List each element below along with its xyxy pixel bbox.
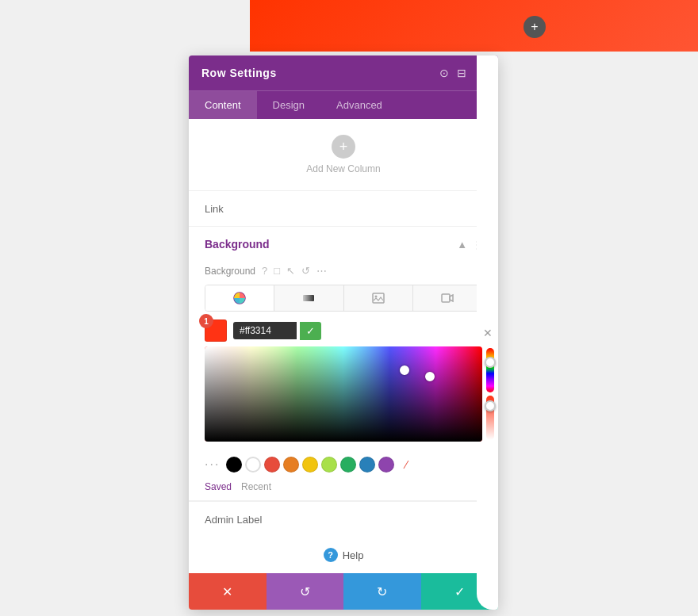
eyedropper-icon[interactable]: ⁄ <box>397 456 415 473</box>
hex-input-row: ✓ <box>233 322 321 340</box>
swatch-purple[interactable] <box>378 457 394 473</box>
gradient-black-overlay <box>205 346 482 442</box>
canvas-area: + Row Settings ⊙ ⊟ ⋮ Content Design Adva… <box>0 0 698 616</box>
background-section: Background ▲ ⋮ Background ? □ ↖ ↺ ⋯ <box>189 227 498 501</box>
gradient-icon <box>302 292 315 304</box>
tab-advanced[interactable]: Advanced <box>320 91 398 119</box>
svg-rect-2 <box>373 293 384 303</box>
color-tab-image[interactable] <box>344 285 413 311</box>
background-sub-label: Background <box>205 266 255 277</box>
swatch-black[interactable] <box>226 457 242 473</box>
color-swatch-row: 1 ✓ <box>205 319 482 342</box>
red-background-bar <box>250 0 698 52</box>
undo-button[interactable]: ↺ <box>267 573 344 610</box>
link-section[interactable]: Link ▾ <box>189 191 498 227</box>
hex-color-input[interactable] <box>233 322 297 339</box>
color-wheel-icon <box>233 292 246 304</box>
svg-point-3 <box>374 296 377 298</box>
background-undo-icon[interactable]: ↺ <box>301 265 310 277</box>
color-tab-gradient[interactable] <box>274 285 343 311</box>
bottom-toolbar: ✕ ↺ ↻ ✓ <box>189 573 498 610</box>
row-settings-panel: Row Settings ⊙ ⊟ ⋮ Content Design Advanc… <box>189 55 498 610</box>
saved-recent-row: Saved Recent <box>189 480 498 500</box>
canvas-add-button[interactable]: + <box>524 16 546 38</box>
background-extra-icon[interactable]: ⋯ <box>316 265 327 277</box>
panel-title: Row Settings <box>201 67 277 79</box>
color-tab-video[interactable] <box>413 285 481 311</box>
background-cursor-icon[interactable]: ↖ <box>286 265 295 277</box>
svg-rect-1 <box>303 295 314 301</box>
hue-slider-thumb <box>485 357 496 368</box>
swatch-light-green[interactable] <box>321 457 337 473</box>
help-section[interactable]: ? Help <box>189 537 498 573</box>
cancel-button[interactable]: ✕ <box>189 573 267 610</box>
opacity-slider-thumb <box>485 400 496 411</box>
swatches-section: ··· ⁄ <box>189 450 498 480</box>
more-swatches-icon[interactable]: ··· <box>205 457 220 472</box>
background-section-header: Background ▲ ⋮ <box>189 227 498 262</box>
background-desktop-icon[interactable]: □ <box>274 265 280 277</box>
columns-icon[interactable]: ⊟ <box>457 67 466 79</box>
hue-slider[interactable] <box>486 348 494 392</box>
panel-body: + Add New Column Link ▾ Background ▲ ⋮ <box>189 119 498 573</box>
color-swatch-preview[interactable]: 1 <box>205 319 227 342</box>
panel-header: Row Settings ⊙ ⊟ ⋮ <box>189 55 498 90</box>
swatch-yellow[interactable] <box>302 457 318 473</box>
tab-design[interactable]: Design <box>257 91 320 119</box>
redo-button[interactable]: ↻ <box>343 573 421 610</box>
background-section-title: Background <box>205 238 270 251</box>
color-picker-area[interactable] <box>205 346 482 442</box>
add-column-section: + Add New Column <box>189 119 498 191</box>
svg-rect-4 <box>442 294 450 302</box>
panel-close-button[interactable]: ✕ <box>477 55 498 610</box>
swatch-blue[interactable] <box>359 457 375 473</box>
admin-label-text: Admin Label <box>205 514 262 526</box>
swatch-red[interactable] <box>264 457 280 473</box>
swatch-green[interactable] <box>340 457 356 473</box>
recent-tab[interactable]: Recent <box>241 481 271 492</box>
swatch-white[interactable] <box>245 457 261 473</box>
color-type-tabs <box>205 285 482 312</box>
link-label: Link <box>205 203 224 215</box>
tab-content[interactable]: Content <box>189 91 257 119</box>
video-icon <box>441 292 454 304</box>
panel-tabs: Content Design Advanced ✕ <box>189 90 498 119</box>
background-help-icon[interactable]: ? <box>262 265 267 277</box>
add-column-button[interactable]: + <box>332 135 355 159</box>
add-column-label: Add New Column <box>306 163 380 174</box>
preview-icon[interactable]: ⊙ <box>439 67 449 79</box>
background-controls-row: Background ? □ ↖ ↺ ⋯ <box>189 262 498 285</box>
help-text: Help <box>343 549 364 561</box>
color-sliders <box>484 346 497 442</box>
opacity-slider[interactable] <box>486 396 494 440</box>
hex-confirm-button[interactable]: ✓ <box>300 322 321 340</box>
swatch-orange[interactable] <box>283 457 299 473</box>
background-collapse-icon[interactable]: ▲ <box>457 239 467 251</box>
admin-label-section[interactable]: Admin Label ▾ <box>189 501 498 537</box>
color-gradient-box[interactable] <box>205 346 482 442</box>
color-tab-solid[interactable] <box>205 285 274 311</box>
help-icon: ? <box>324 548 338 562</box>
image-icon <box>372 292 385 304</box>
saved-tab[interactable]: Saved <box>205 481 232 492</box>
step-badge: 1 <box>199 314 213 328</box>
